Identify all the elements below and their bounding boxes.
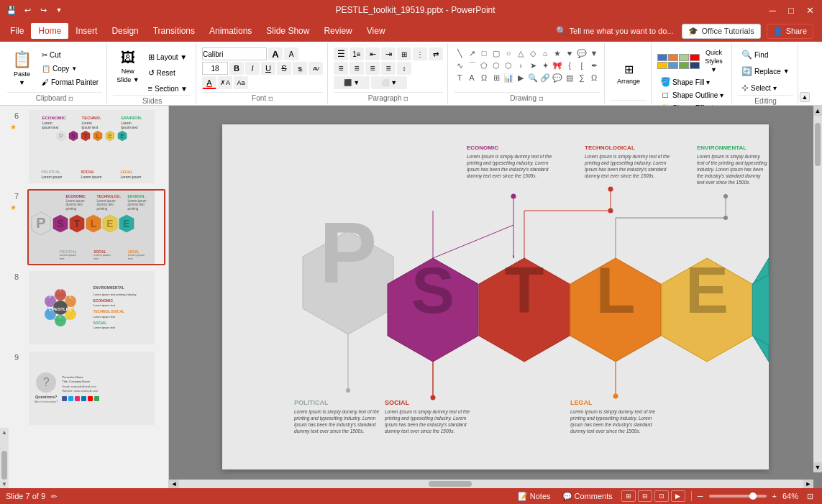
customize-qat-icon[interactable]: ▼ [53, 4, 65, 16]
quick-style-4[interactable] [690, 54, 700, 61]
slide-thumb-img-6[interactable]: ECONOMIC Lorem ipsum text TECHNO. Lorem … [27, 109, 165, 185]
align-right-button[interactable]: ≡ [365, 62, 380, 75]
ribbon-collapse-button[interactable]: ▲ [800, 92, 810, 102]
zoom-in-button[interactable]: + [772, 492, 777, 500]
shape-ribbon[interactable]: 🎀 [552, 60, 563, 71]
strikethrough-button[interactable]: S [277, 62, 291, 75]
slide-sorter-button[interactable]: ⊟ [638, 490, 652, 502]
slide-show-button[interactable]: ▶ [671, 490, 685, 502]
menu-file[interactable]: File [3, 23, 31, 39]
sidebar-scrollbar[interactable]: ▲ ▼ [0, 428, 9, 488]
shape-freeform[interactable]: ⌒ [466, 60, 478, 71]
menu-transitions[interactable]: Transitions [146, 23, 202, 39]
shape-octagon[interactable]: ⬡ [503, 60, 514, 71]
quick-style-6[interactable] [668, 62, 678, 69]
sidebar-scroll-thumb[interactable] [1, 451, 7, 480]
increase-font-button[interactable]: A [268, 47, 283, 60]
find-button[interactable]: 🔍 Find [738, 47, 793, 62]
slides-scroll[interactable]: 6 ★ ECONOMIC Lorem ipsum text TECHNO. [0, 106, 168, 428]
zoom-slider[interactable] [709, 495, 767, 498]
quick-style-8[interactable] [690, 62, 700, 69]
scrollbar-up-btn[interactable]: ▲ [1, 428, 7, 436]
arrange-button[interactable]: ⊞ Arrange [611, 60, 647, 87]
shape-outline-button[interactable]: □ Shape Outline ▾ [657, 89, 726, 101]
notes-button[interactable]: 📝 Notes [515, 491, 554, 502]
font-size-input[interactable] [202, 62, 228, 75]
shape-rect[interactable]: □ [478, 47, 490, 59]
zoom-out-button[interactable]: ─ [698, 492, 703, 500]
shape-brace[interactable]: { [564, 60, 575, 71]
clear-format-button[interactable]: ✗A [218, 76, 232, 89]
shape-equation[interactable]: ∑ [576, 72, 588, 83]
select-button[interactable]: ⊹ Select ▾ [738, 81, 793, 95]
shape-starburst[interactable]: ✦ [539, 60, 551, 71]
share-button[interactable]: 👤 Share [767, 24, 813, 39]
line-spacing-button[interactable]: ↕ [397, 62, 411, 75]
shape-wordart[interactable]: A [466, 72, 478, 83]
slide-thumb-img-7[interactable]: ECONOMIC Lorem ipsum dummy text printing… [27, 189, 165, 265]
decrease-indent-button[interactable]: ⇤ [365, 47, 380, 60]
quick-style-7[interactable] [679, 62, 689, 69]
hscroll-thumb[interactable] [429, 481, 472, 487]
close-button[interactable]: ✕ [803, 4, 816, 17]
vscroll-up[interactable]: ▲ [813, 106, 822, 116]
comments-button[interactable]: 💬 Comments [560, 491, 616, 502]
shape-arrow[interactable]: ↗ [466, 47, 478, 59]
align-center-button[interactable]: ≡ [350, 62, 364, 75]
replace-button[interactable]: 🔄 Replace ▼ [738, 64, 793, 78]
zoom-thumb[interactable] [749, 492, 757, 500]
political-section[interactable]: POLITICAL Lorem Ipsum is simply dummy te… [294, 399, 380, 434]
shape-rounded-rect[interactable]: ▢ [490, 47, 502, 59]
redo-icon[interactable]: ↪ [37, 4, 49, 16]
shape-comment[interactable]: 💬 [552, 72, 563, 83]
shape-symbol[interactable]: Ω [588, 72, 600, 83]
shape-bracket[interactable]: [ [576, 60, 588, 71]
menu-view[interactable]: View [360, 23, 393, 39]
shape-hexagon[interactable]: ⬡ [490, 60, 502, 71]
menu-insert[interactable]: Insert [68, 23, 104, 39]
smart-art-button[interactable]: ⊞ [397, 47, 411, 60]
minimize-button[interactable]: ─ [766, 4, 779, 17]
shape-eq[interactable]: Ω [478, 72, 490, 83]
align-left-button[interactable]: ≡ [334, 62, 348, 75]
layout-button[interactable]: ⊞Layout ▼ [145, 50, 191, 64]
slide-thumbnail-9[interactable]: 9 ? Questions? More Information? [3, 350, 165, 426]
copy-button[interactable]: 📋Copy▼ [38, 63, 102, 75]
bold-button[interactable]: B [229, 62, 244, 75]
main-slide[interactable]: ECONOMIC Lorem Ipsum is simply dummy tex… [222, 124, 769, 469]
shape-more[interactable]: ▼ [588, 47, 600, 59]
scrollbar-down-btn[interactable]: ▼ [1, 480, 7, 488]
paste-button[interactable]: 📋 Paste ▼ [7, 48, 37, 88]
social-section[interactable]: SOCIAL Lorem Ipsum is simply dummy text … [385, 399, 471, 434]
shape-parallelogram[interactable]: ◇ [527, 47, 539, 59]
save-icon[interactable]: 💾 [6, 4, 17, 16]
shape-trapezoid[interactable]: ⌂ [539, 47, 551, 59]
shadow-text-btn[interactable]: ⬛ ▼ [334, 76, 370, 89]
decrease-font-button[interactable]: A [284, 47, 298, 60]
text-box-btn[interactable]: ⬜ ▼ [371, 76, 407, 89]
hscroll-right[interactable]: ► [803, 480, 813, 488]
menu-animations[interactable]: Animations [202, 23, 259, 39]
vscroll-down[interactable]: ▼ [813, 462, 822, 472]
menu-review[interactable]: Review [316, 23, 359, 39]
shape-line[interactable]: ╲ [454, 47, 465, 59]
quick-style-2[interactable] [668, 54, 678, 61]
shape-link[interactable]: 🔗 [539, 72, 551, 83]
shape-chart[interactable]: 📊 [503, 72, 514, 83]
increase-indent-button[interactable]: ⇥ [381, 47, 396, 60]
italic-button[interactable]: I [245, 62, 260, 75]
shape-table[interactable]: ⊞ [490, 72, 502, 83]
numbering-button[interactable]: 1≡ [350, 47, 364, 60]
hscroll-left[interactable]: ◄ [169, 480, 179, 488]
format-painter-button[interactable]: 🖌Format Painter [38, 76, 102, 88]
vscroll-thumb[interactable] [815, 123, 821, 166]
shape-block-arrow[interactable]: ➤ [527, 60, 539, 71]
fit-slide-button[interactable]: ⊡ [804, 491, 816, 502]
font-color-button[interactable]: A [202, 76, 216, 89]
quick-style-3[interactable] [679, 54, 689, 61]
quick-styles-button[interactable]: QuickStyles▼ [701, 47, 726, 75]
char-spacing-button[interactable]: AV [309, 62, 323, 75]
menu-design[interactable]: Design [104, 23, 145, 39]
shape-triangle[interactable]: △ [515, 47, 526, 59]
maximize-button[interactable]: □ [785, 4, 798, 17]
